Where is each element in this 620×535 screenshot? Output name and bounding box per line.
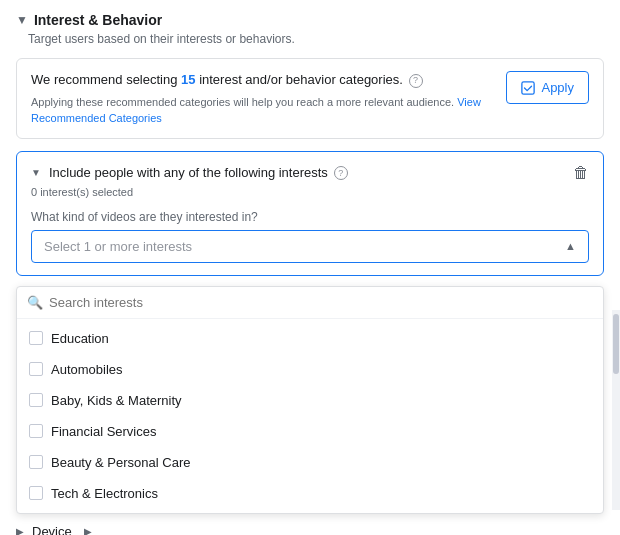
- interest-box-title: ▼ Include people with any of the followi…: [31, 165, 348, 180]
- interest-select[interactable]: Select 1 or more interests ▲: [31, 230, 589, 263]
- interest-label: What kind of videos are they interested …: [31, 210, 589, 224]
- section-header: ▼ Interest & Behavior: [0, 0, 620, 32]
- select-chevron-icon: ▲: [565, 240, 576, 252]
- interest-box-header: ▼ Include people with any of the followi…: [31, 164, 589, 182]
- recommend-desc: Applying these recommended categories wi…: [31, 95, 494, 126]
- apply-icon: [521, 81, 535, 95]
- interest-help-icon[interactable]: ?: [334, 166, 348, 180]
- delete-interest-box-icon[interactable]: 🗑: [573, 164, 589, 182]
- select-placeholder: Select 1 or more interests: [44, 239, 192, 254]
- apply-button[interactable]: Apply: [506, 71, 589, 104]
- checkbox-financial[interactable]: [29, 424, 43, 438]
- scrollbar[interactable]: [612, 310, 620, 510]
- svg-rect-0: [522, 81, 534, 93]
- list-item[interactable]: Education: [17, 323, 603, 354]
- page-wrapper: ▼ Interest & Behavior Target users based…: [0, 0, 620, 535]
- device-sub-triangle-icon: ▶: [84, 526, 92, 535]
- checkbox-automobiles[interactable]: [29, 362, 43, 376]
- dropdown-items: Education Automobiles Baby, Kids & Mater…: [17, 319, 603, 513]
- interest-count: 0 interest(s) selected: [31, 186, 589, 198]
- section-subtitle: Target users based on their interests or…: [0, 32, 620, 58]
- section-title: Interest & Behavior: [34, 12, 162, 28]
- list-item[interactable]: Baby, Kids & Maternity: [17, 385, 603, 416]
- checkbox-beauty[interactable]: [29, 455, 43, 469]
- recommend-title: We recommend selecting 15 interest and/o…: [31, 71, 494, 89]
- checkbox-tech[interactable]: [29, 486, 43, 500]
- search-row: 🔍: [17, 287, 603, 319]
- scrollbar-thumb: [613, 314, 619, 374]
- recommend-text-area: We recommend selecting 15 interest and/o…: [31, 71, 494, 126]
- recommend-box: We recommend selecting 15 interest and/o…: [16, 58, 604, 139]
- search-icon: 🔍: [27, 295, 43, 310]
- checkbox-education[interactable]: [29, 331, 43, 345]
- collapse-chevron-icon[interactable]: ▼: [16, 13, 28, 27]
- search-input[interactable]: [49, 295, 593, 310]
- list-item[interactable]: Financial Services: [17, 416, 603, 447]
- device-label: Device: [32, 524, 72, 535]
- device-triangle-icon: ▶: [16, 526, 24, 535]
- list-item[interactable]: Beauty & Personal Care: [17, 447, 603, 478]
- checkbox-baby-kids[interactable]: [29, 393, 43, 407]
- interest-box: ▼ Include people with any of the followi…: [16, 151, 604, 276]
- list-item[interactable]: Tech & Electronics: [17, 478, 603, 509]
- device-section[interactable]: ▶ Device ▶: [0, 514, 620, 535]
- interest-collapse-icon[interactable]: ▼: [31, 167, 41, 178]
- list-item[interactable]: Automobiles: [17, 354, 603, 385]
- help-icon[interactable]: ?: [409, 74, 423, 88]
- interests-dropdown: 🔍 Education Automobiles Baby, Kids & Mat…: [16, 286, 604, 514]
